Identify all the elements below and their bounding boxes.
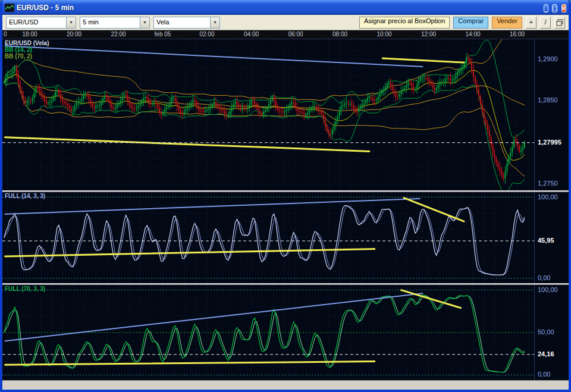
time-label: 04:00 xyxy=(244,31,259,37)
time-label: 14:00 xyxy=(465,31,480,37)
chevron-down-icon: ▼ xyxy=(210,17,219,28)
axis-tick: 0,00 xyxy=(538,371,550,378)
symbol-select-value: EUR/USD xyxy=(7,17,66,28)
current-price-label: 1,27995 xyxy=(538,139,561,146)
axis-tick: 50,00 xyxy=(538,328,554,335)
axis-tick: 100,00 xyxy=(538,286,558,293)
chart-area: 018:0020:0022:00feb 0502:0004:0006:0008:… xyxy=(2,30,569,387)
axis-tick: 1,2850 xyxy=(538,96,558,104)
sell-button[interactable]: Vender xyxy=(492,17,522,29)
axis-tick: 1,2900 xyxy=(538,55,558,62)
price-panel: EUR/USD (Vela) BB (14, 2) BB (70, 2) 1,2… xyxy=(2,39,569,190)
current-stoch-slow-label: 24,16 xyxy=(538,350,554,357)
time-label: 18:00 xyxy=(22,31,37,37)
chevron-down-icon: ▼ xyxy=(66,17,76,28)
time-label: 10:00 xyxy=(377,31,391,37)
interval-select[interactable]: 5 min ▼ xyxy=(80,17,150,29)
price-axis[interactable]: 1,2900 1,2850 1,27995 1,2750 xyxy=(534,39,569,190)
chart-type-select[interactable]: Vela ▼ xyxy=(153,17,220,29)
stoch-fast-axis[interactable]: 100,00 45,95 0,00 xyxy=(534,192,569,283)
time-label: 12:00 xyxy=(421,31,436,37)
chart-type-select-value: Vela xyxy=(154,17,210,28)
time-label: feb 05 xyxy=(155,31,171,37)
time-label: 20:00 xyxy=(67,31,81,37)
time-label: 0 xyxy=(4,31,7,37)
stoch-slow-panel: FULL (70, 3, 3) 100,00 50,00 24,16 0,00 xyxy=(2,285,569,380)
time-label: 22:00 xyxy=(111,31,126,37)
time-axis[interactable]: 018:0020:0022:00feb 0502:0004:0006:0008:… xyxy=(2,30,569,39)
toolbar: EUR/USD ▼ 5 min ▼ Vela ▼ Asignar precio … xyxy=(2,15,569,30)
stoch-slow-axis[interactable]: 100,00 50,00 24,16 0,00 xyxy=(534,285,569,380)
current-stoch-fast-label: 45,95 xyxy=(538,237,554,244)
stoch-fast-panel: FULL (14, 3, 3) 100,00 45,95 0,00 xyxy=(2,192,569,283)
app-window: EUR/USD - 5 min _ □ × EUR/USD ▼ 5 min ▼ … xyxy=(0,0,571,392)
titlebar[interactable]: EUR/USD - 5 min _ □ × xyxy=(2,0,569,15)
time-label: 08:00 xyxy=(332,31,347,37)
chart-icon xyxy=(5,4,14,12)
close-button[interactable]: × xyxy=(561,4,566,12)
price-plot[interactable]: EUR/USD (Vela) BB (14, 2) BB (70, 2) xyxy=(2,39,534,190)
restore-layout-button[interactable] xyxy=(554,17,565,29)
axis-tick: 1,2750 xyxy=(538,180,558,187)
chevron-down-icon: ▼ xyxy=(140,17,149,28)
stoch-slow-plot[interactable]: FULL (70, 3, 3) xyxy=(2,285,534,380)
window-controls: _ □ × xyxy=(542,2,566,13)
axis-tick: 100,00 xyxy=(538,193,558,200)
bottom-strip xyxy=(2,380,569,387)
maximize-button[interactable]: □ xyxy=(552,4,557,12)
window-title: EUR/USD - 5 min xyxy=(17,4,542,12)
trendline-tool-button[interactable]: / xyxy=(540,17,551,29)
assign-price-button[interactable]: Asignar precio al BoxOption xyxy=(359,17,450,29)
interval-select-value: 5 min xyxy=(80,17,140,28)
symbol-select[interactable]: EUR/USD ▼ xyxy=(6,17,76,29)
time-label: 06:00 xyxy=(288,31,303,37)
time-label: 16:00 xyxy=(510,31,525,37)
stoch-fast-plot[interactable]: FULL (14, 3, 3) xyxy=(2,192,534,283)
axis-tick: 0,00 xyxy=(538,274,550,281)
buy-button[interactable]: Comprar xyxy=(453,17,488,29)
minimize-button[interactable]: _ xyxy=(544,4,548,12)
time-label: 02:00 xyxy=(199,31,214,37)
crosshair-tool-button[interactable]: + xyxy=(526,17,537,29)
